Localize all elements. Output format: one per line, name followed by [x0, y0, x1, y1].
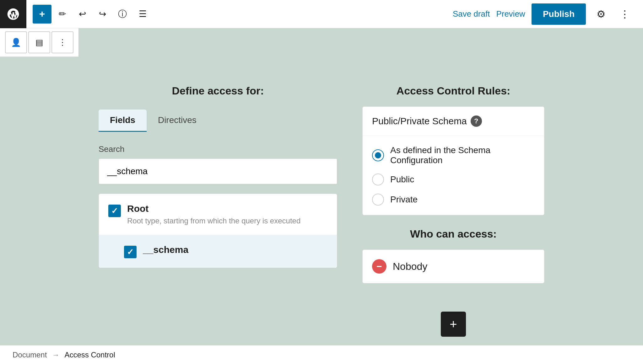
settings-button[interactable]: ⚙ [592, 5, 610, 23]
schema-rules-card: Public/Private Schema ? As defined in th… [362, 106, 544, 215]
root-field-name: Root [127, 203, 327, 214]
main-content: Define access for: Fields Directives Sea… [0, 28, 643, 345]
breadcrumb-document: Document [13, 351, 47, 359]
breadcrumb-arrow: → [52, 351, 59, 359]
schema-field-info: __schema [143, 244, 327, 255]
add-rule-button[interactable]: + [441, 312, 466, 337]
radio-circle-private [372, 194, 384, 206]
wp-logo [0, 0, 26, 28]
edit-button[interactable]: ✏ [53, 5, 72, 24]
more-icon: ⋮ [58, 38, 67, 47]
nobody-icon [372, 259, 386, 274]
wp-logo-svg [6, 7, 20, 21]
nobody-text: Nobody [393, 261, 427, 272]
undo-button[interactable]: ↩ [73, 5, 92, 24]
schema-card-title: Public/Private Schema [372, 116, 467, 126]
add-block-button[interactable]: + [33, 5, 51, 24]
more-panel-button[interactable]: ⋮ [51, 31, 73, 53]
field-list: Root Root type, starting from which the … [99, 194, 337, 268]
schema-card-body: As defined in the Schema Configuration P… [363, 136, 544, 215]
schema-checkbox[interactable] [124, 246, 137, 258]
redo-button[interactable]: ↪ [93, 5, 112, 24]
right-panel: Access Control Rules: Public/Private Sch… [362, 85, 544, 337]
save-draft-button[interactable]: Save draft [453, 9, 490, 19]
add-btn-container: + [362, 299, 544, 337]
user-panel-button[interactable]: 👤 [5, 31, 27, 53]
preview-button[interactable]: Preview [496, 9, 525, 19]
radio-circle-schema-config [372, 149, 384, 161]
schema-field-name: __schema [143, 244, 327, 255]
root-field-desc: Root type, starting from which the query… [127, 217, 327, 225]
schema-card-header: Public/Private Schema ? [363, 107, 544, 136]
who-access-title: Who can access: [362, 228, 544, 240]
define-access-title: Define access for: [99, 85, 337, 97]
tab-directives[interactable]: Directives [147, 110, 208, 132]
breadcrumb: Document → Access Control [0, 345, 643, 364]
radio-option-schema-config[interactable]: As defined in the Schema Configuration [372, 145, 535, 165]
radio-label-schema-config: As defined in the Schema Configuration [390, 145, 535, 165]
info-button[interactable]: ⓘ [113, 5, 132, 24]
field-item-root: Root Root type, starting from which the … [99, 194, 337, 235]
search-input[interactable] [99, 158, 337, 184]
help-icon[interactable]: ? [471, 115, 482, 127]
layout-icon: ▤ [35, 38, 43, 47]
publish-button[interactable]: Publish [532, 3, 586, 25]
layout-panel-button[interactable]: ▤ [28, 31, 50, 53]
field-item-schema: __schema [99, 235, 337, 268]
tabs: Fields Directives [99, 110, 337, 132]
sidebar-icon-row: 👤 ▤ ⋮ [0, 28, 78, 57]
topbar: + ✏ ↩ ↪ ⓘ ☰ Save draft Preview Publish ⚙… [0, 0, 643, 28]
user-icon: 👤 [11, 38, 21, 47]
breadcrumb-current: Access Control [64, 351, 115, 359]
topbar-right: Save draft Preview Publish ⚙ ⋮ [453, 3, 634, 25]
search-label: Search [99, 144, 337, 154]
root-checkbox[interactable] [108, 205, 121, 217]
list-view-button[interactable]: ☰ [133, 5, 152, 24]
radio-option-private[interactable]: Private [372, 194, 535, 206]
tab-fields[interactable]: Fields [99, 110, 147, 132]
radio-circle-public [372, 174, 384, 185]
access-rules-title: Access Control Rules: [362, 85, 544, 97]
radio-label-public: Public [390, 174, 414, 185]
radio-option-public[interactable]: Public [372, 174, 535, 185]
more-options-button[interactable]: ⋮ [616, 5, 634, 23]
who-access-card: Nobody [362, 249, 544, 283]
radio-label-private: Private [390, 195, 418, 205]
root-field-info: Root Root type, starting from which the … [127, 203, 327, 225]
left-panel: Define access for: Fields Directives Sea… [99, 85, 337, 268]
